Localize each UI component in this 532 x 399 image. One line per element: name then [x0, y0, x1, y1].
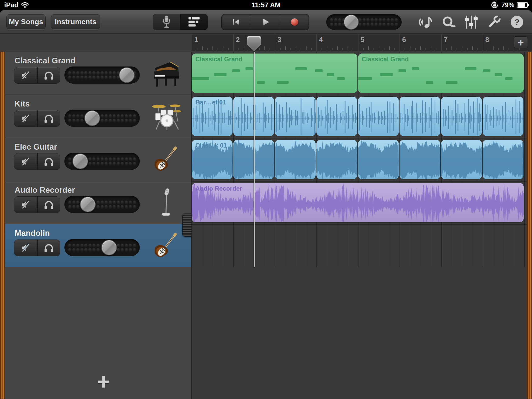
rewind-button[interactable]: [222, 14, 251, 30]
track-header-elec-guitar[interactable]: Elec Guitar: [5, 138, 192, 181]
ruler-tick: [389, 46, 390, 50]
tracks-area: Classical Grand: [0, 52, 532, 399]
audio-loop-region[interactable]: [400, 97, 440, 136]
ruler-tick: [436, 48, 436, 50]
track-header-audio-recorder[interactable]: Audio Recorder: [5, 181, 192, 224]
bar-line: [358, 35, 358, 51]
rotation-lock-icon: [490, 1, 499, 9]
audio-loop-region[interactable]: [316, 97, 357, 136]
record-view-button[interactable]: [153, 14, 180, 30]
ruler-tick: [394, 48, 395, 50]
track-volume-knob[interactable]: [119, 67, 135, 83]
mute-icon: [20, 199, 31, 210]
solo-button[interactable]: [37, 67, 60, 83]
audio-loop-region[interactable]: [441, 140, 482, 179]
track-volume-knob[interactable]: [80, 197, 96, 212]
mute-button[interactable]: [14, 154, 37, 170]
audio-loop-region[interactable]: [275, 140, 316, 179]
solo-button[interactable]: [37, 197, 60, 213]
drum-kit-icon: [148, 98, 184, 135]
track-volume-slider[interactable]: [64, 66, 140, 84]
ruler-tick: [472, 46, 473, 50]
audio-loop-region[interactable]: [400, 140, 440, 179]
add-bars-button[interactable]: +: [514, 36, 528, 49]
audio-loop-region[interactable]: [275, 97, 316, 136]
midi-note: [277, 81, 289, 84]
ruler-tick: [244, 46, 244, 50]
audio-loop-region[interactable]: Bar…et 01: [192, 97, 232, 136]
timeline[interactable]: Classical GrandClassical GrandBar…et 01C…: [192, 52, 527, 267]
audio-loop-region[interactable]: [316, 140, 357, 179]
ruler-tick: [311, 48, 312, 50]
song-settings-button[interactable]: [483, 15, 506, 30]
status-bar: iPad 11:57 AM 79%: [0, 0, 532, 10]
track-header-resize-handle[interactable]: [182, 213, 192, 237]
play-button[interactable]: [251, 14, 280, 30]
ruler-tick: [197, 48, 197, 50]
midi-region[interactable]: Classical Grand: [192, 54, 357, 93]
bar-number: 8: [485, 36, 489, 44]
ruler-tick: [322, 48, 322, 50]
mute-icon: [20, 156, 31, 167]
solo-button[interactable]: [37, 110, 60, 127]
instruments-button[interactable]: Instruments: [51, 14, 100, 29]
audio-loop-region[interactable]: Clas…k 01: [192, 140, 232, 179]
track-volume-slider[interactable]: [64, 239, 140, 256]
ruler-tick: [259, 48, 260, 50]
ruler-tick: [337, 46, 338, 50]
track-view-button[interactable]: [180, 14, 208, 30]
track-volume-slider[interactable]: [64, 153, 140, 170]
solo-button[interactable]: [37, 240, 60, 256]
ruler-tick: [384, 48, 384, 50]
apple-loops-button[interactable]: [414, 15, 437, 30]
playhead-line[interactable]: [254, 52, 255, 267]
master-volume-slider[interactable]: [326, 14, 402, 30]
audio-loop-region[interactable]: [483, 97, 523, 136]
track-volume-slider[interactable]: [64, 110, 140, 127]
battery-icon: [517, 2, 529, 8]
mute-solo-group: [14, 153, 60, 170]
ruler-tick: [296, 46, 296, 50]
track-header-classical-grand[interactable]: Classical Grand: [5, 52, 192, 95]
bar-number: 1: [194, 36, 198, 44]
audio-loop-region[interactable]: [358, 140, 399, 179]
track-volume-knob[interactable]: [84, 110, 100, 126]
audio-loop-region[interactable]: [441, 97, 482, 136]
midi-note: [315, 69, 323, 72]
midi-note: [505, 77, 513, 80]
master-volume-knob[interactable]: [344, 15, 359, 30]
electric-guitar-icon: [148, 141, 184, 178]
record-button[interactable]: [280, 14, 309, 30]
track-volume-knob[interactable]: [101, 240, 117, 255]
headphones-icon: [43, 242, 55, 254]
audio-loop-region[interactable]: [358, 97, 399, 136]
help-button[interactable]: ?: [506, 15, 528, 29]
mute-button[interactable]: [14, 197, 37, 213]
track-volume-knob[interactable]: [72, 154, 88, 169]
toolbar-right-icons: ?: [414, 12, 528, 32]
midi-region[interactable]: Classical Grand: [358, 54, 524, 93]
microphone-icon: [161, 15, 172, 29]
clock: 11:57 AM: [0, 1, 532, 9]
track-volume-slider[interactable]: [64, 196, 140, 213]
mute-button[interactable]: [14, 240, 37, 256]
mute-button[interactable]: [14, 67, 37, 83]
timeline-ruler[interactable]: + 12345678: [192, 35, 532, 51]
ruler-tick: [228, 48, 229, 50]
add-track-button[interactable]: +: [10, 366, 197, 397]
mute-button[interactable]: [14, 110, 37, 127]
ruler-tick: [420, 46, 421, 50]
track-header-mandolin[interactable]: Mandolin: [5, 224, 192, 267]
mixer-button[interactable]: [460, 15, 483, 30]
audio-region[interactable]: Audio Recorder: [192, 183, 524, 222]
my-songs-button[interactable]: My Songs: [6, 14, 46, 29]
tracks-icon: [187, 16, 201, 28]
ruler-tick: [509, 48, 509, 50]
solo-button[interactable]: [37, 154, 60, 170]
ruler-tick: [462, 46, 462, 50]
bar-number: 6: [402, 36, 406, 44]
track-header-kits[interactable]: Kits: [5, 95, 192, 138]
jam-session-button[interactable]: [437, 15, 460, 30]
audio-loop-region[interactable]: [483, 140, 523, 179]
midi-note: [214, 73, 227, 76]
